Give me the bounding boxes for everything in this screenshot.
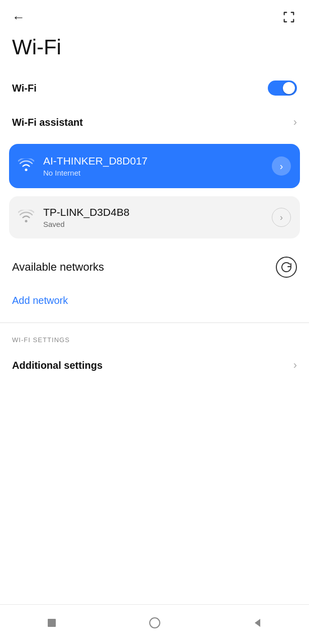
nav-back-button[interactable] [249, 614, 267, 632]
add-network-label[interactable]: Add network [12, 295, 68, 306]
saved-network-arrow-icon[interactable]: › [272, 208, 291, 227]
connected-network-name: AI-THINKER_D8D017 [43, 155, 272, 167]
divider [0, 323, 309, 323]
saved-wifi-icon [18, 210, 34, 225]
additional-settings-chevron-icon: › [293, 359, 297, 372]
wifi-assistant-chevron-icon: › [293, 116, 297, 129]
top-bar: ← [0, 0, 309, 30]
available-networks-label: Available networks [12, 261, 104, 274]
wifi-assistant-row[interactable]: Wi-Fi assistant › [0, 105, 309, 140]
available-networks-row: Available networks [0, 243, 309, 286]
connected-network-card[interactable]: AI-THINKER_D8D017 No Internet › [9, 144, 300, 188]
additional-settings-row[interactable]: Additional settings › [0, 349, 309, 382]
bottom-nav [0, 604, 309, 644]
wifi-assistant-label: Wi-Fi assistant [12, 117, 83, 128]
scan-icon[interactable] [281, 9, 297, 25]
nav-square-button[interactable] [43, 614, 61, 632]
saved-network-info: TP-LINK_D3D4B8 Saved [43, 206, 272, 228]
svg-marker-2 [255, 619, 260, 627]
saved-network-status: Saved [43, 220, 272, 228]
page-title: Wi-Fi [0, 30, 309, 71]
back-button[interactable]: ← [12, 10, 25, 25]
wifi-toggle[interactable] [268, 80, 297, 96]
wifi-toggle-row: Wi-Fi [0, 71, 309, 105]
saved-network-card[interactable]: TP-LINK_D3D4B8 Saved › [9, 196, 300, 238]
saved-network-name: TP-LINK_D3D4B8 [43, 206, 272, 218]
connected-network-status: No Internet [43, 169, 272, 177]
connected-wifi-icon [18, 158, 34, 174]
connected-network-arrow-icon[interactable]: › [272, 156, 291, 176]
svg-rect-0 [48, 619, 56, 627]
wifi-settings-section-header: WI-FI SETTINGS [0, 325, 309, 349]
connected-network-info: AI-THINKER_D8D017 No Internet [43, 155, 272, 177]
wifi-toggle-label: Wi-Fi [12, 83, 37, 94]
refresh-icon[interactable] [276, 257, 297, 278]
additional-settings-label: Additional settings [12, 360, 102, 371]
svg-point-1 [150, 618, 160, 628]
add-network-row[interactable]: Add network [0, 286, 309, 320]
nav-home-button[interactable] [146, 614, 164, 632]
